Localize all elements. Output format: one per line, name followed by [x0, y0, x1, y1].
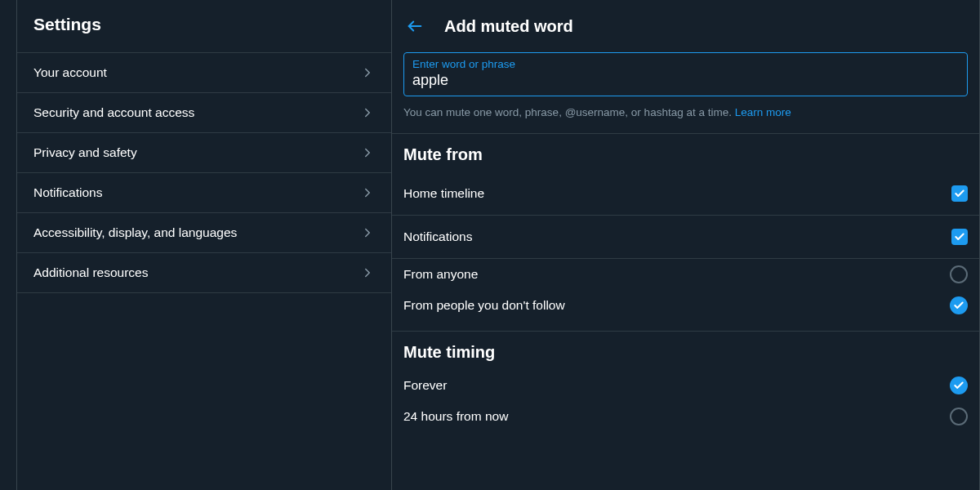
sidebar-item-label: Additional resources — [33, 265, 148, 280]
option-label: Forever — [403, 378, 447, 393]
option-label: Home timeline — [403, 186, 484, 201]
input-label: Enter word or phrase — [412, 58, 959, 70]
sidebar-item-label: Notifications — [33, 185, 102, 200]
check-icon — [954, 188, 965, 199]
option-home-timeline[interactable]: Home timeline — [392, 172, 979, 216]
left-gutter — [0, 0, 16, 490]
hint-text: You can mute one word, phrase, @username… — [392, 101, 979, 134]
back-button[interactable] — [400, 11, 430, 41]
sidebar-item-security[interactable]: Security and account access — [17, 93, 391, 133]
option-from-anyone[interactable]: From anyone — [392, 259, 979, 290]
option-24-hours[interactable]: 24 hours from now — [392, 401, 979, 432]
chevron-right-icon — [360, 145, 375, 160]
option-label: From people you don't follow — [403, 298, 565, 313]
check-icon — [953, 300, 964, 311]
main-header: Add muted word — [392, 0, 979, 52]
checkbox-home-timeline[interactable] — [951, 185, 968, 202]
section-title-mute-timing: Mute timing — [392, 332, 979, 370]
check-icon — [953, 380, 964, 391]
check-icon — [954, 231, 965, 243]
hint-body: You can mute one word, phrase, @username… — [403, 106, 735, 118]
chevron-right-icon — [360, 185, 375, 200]
sidebar-title: Settings — [17, 0, 391, 52]
option-label: 24 hours from now — [403, 409, 508, 424]
section-title-mute-from: Mute from — [392, 134, 979, 172]
learn-more-link[interactable]: Learn more — [735, 106, 791, 118]
sidebar-item-label: Security and account access — [33, 105, 194, 120]
muted-word-input[interactable] — [412, 72, 959, 89]
option-notifications[interactable]: Notifications — [392, 216, 979, 259]
sidebar-item-additional[interactable]: Additional resources — [17, 253, 391, 293]
chevron-right-icon — [360, 105, 375, 120]
radio-from-anyone[interactable] — [950, 265, 968, 283]
settings-sidebar: Settings Your account Security and accou… — [16, 0, 392, 490]
option-label: From anyone — [403, 267, 478, 282]
option-label: Notifications — [403, 229, 472, 244]
option-from-not-follow[interactable]: From people you don't follow — [392, 290, 979, 332]
radio-forever[interactable] — [950, 376, 968, 394]
radio-24-hours[interactable] — [950, 408, 968, 425]
page-title: Add muted word — [444, 17, 573, 36]
muted-word-field[interactable]: Enter word or phrase — [403, 52, 968, 96]
radio-from-not-follow[interactable] — [950, 296, 968, 314]
chevron-right-icon — [360, 225, 375, 240]
sidebar-item-privacy[interactable]: Privacy and safety — [17, 133, 391, 173]
main-panel: Add muted word Enter word or phrase You … — [392, 0, 980, 490]
sidebar-item-label: Your account — [33, 65, 107, 80]
arrow-left-icon — [406, 17, 424, 35]
sidebar-item-label: Accessibility, display, and languages — [33, 225, 237, 240]
sidebar-item-label: Privacy and safety — [33, 145, 137, 160]
chevron-right-icon — [360, 265, 375, 280]
chevron-right-icon — [360, 65, 375, 80]
sidebar-item-notifications[interactable]: Notifications — [17, 173, 391, 213]
checkbox-notifications[interactable] — [951, 229, 968, 245]
sidebar-item-your-account[interactable]: Your account — [17, 52, 391, 93]
option-forever[interactable]: Forever — [392, 370, 979, 401]
sidebar-item-accessibility[interactable]: Accessibility, display, and languages — [17, 213, 391, 253]
